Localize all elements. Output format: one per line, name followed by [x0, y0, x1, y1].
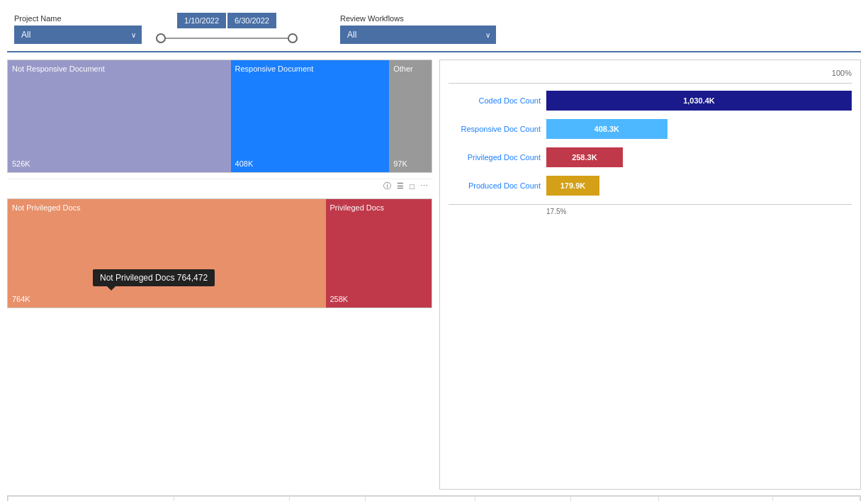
date-slider-track[interactable]	[156, 31, 298, 45]
not-privileged-value: 764K	[12, 295, 322, 303]
other-label: Other	[393, 64, 427, 73]
slider-line	[156, 38, 298, 39]
other-tile[interactable]: Other 97K	[389, 60, 432, 172]
slider-thumb-left[interactable]	[156, 33, 166, 43]
bar-chart-bottom-label: 17.5%	[449, 208, 852, 215]
responsive-tile[interactable]: Responsive Document 408K	[231, 60, 390, 172]
info-icon[interactable]: ⓘ	[383, 181, 391, 191]
tooltip-text: Not Privileged Docs 764,472	[100, 273, 208, 283]
bar-fill-privileged: 258.3K	[546, 147, 623, 167]
date-end-button[interactable]: 6/30/2022	[227, 13, 276, 28]
privileged-tile[interactable]: Privileged Docs 258K	[326, 199, 432, 308]
slider-thumb-right[interactable]	[288, 33, 298, 43]
bar-chart-container: 100% Coded Doc Count 1,030.4K	[439, 60, 861, 490]
bar-label-privileged: Privileged Doc Count	[449, 153, 541, 162]
bar-track-coded[interactable]: 1,030.4K	[546, 91, 852, 111]
date-range-group: 1/10/2022 6/30/2022	[156, 13, 298, 45]
th-responsive-doc-count[interactable]: Responsive Doc Count	[475, 497, 570, 502]
responsive-label: Responsive Document	[235, 64, 385, 73]
not-responsive-label: Not Responsive Document	[12, 64, 227, 73]
privileged-value: 258K	[330, 295, 428, 303]
bar-track-produced[interactable]: 179.9K	[546, 176, 852, 196]
not-privileged-label: Not Privileged Docs	[12, 203, 322, 212]
th-project-name[interactable]: Project Name	[9, 497, 174, 502]
bar-chart-percent: 100%	[449, 69, 852, 77]
left-panel: Not Responsive Document 526K Responsive …	[7, 60, 432, 490]
review-workflows-select-wrapper[interactable]: All	[340, 26, 496, 44]
th-coded-doc-count[interactable]: Coded Doc Count	[290, 497, 365, 502]
date-start-button[interactable]: 1/10/2022	[177, 13, 226, 28]
review-workflows-label: Review Workflows	[340, 14, 496, 23]
bar-row-produced: Produced Doc Count 179.9K	[449, 176, 852, 196]
th-not-privileged-doc-count[interactable]: Not Privileged Doc Count ▼	[659, 497, 772, 502]
project-name-filter: Project Name All	[14, 14, 142, 44]
th-privileged-doc-count[interactable]: Privileged Doc Count	[570, 497, 659, 502]
project-name-select[interactable]: All	[14, 26, 142, 44]
bar-track-responsive[interactable]: 408.3K	[546, 119, 852, 139]
table-header-row: Project Name Review Workflows Coded Doc …	[9, 497, 860, 502]
data-table-container: Project Name Review Workflows Coded Doc …	[7, 495, 861, 501]
filter-icon[interactable]: ☰	[397, 181, 404, 191]
main-content: Not Responsive Document 526K Responsive …	[7, 60, 861, 490]
project-name-select-wrapper[interactable]: All	[14, 26, 142, 44]
bar-row-responsive: Responsive Doc Count 408.3K	[449, 119, 852, 139]
not-responsive-tile[interactable]: Not Responsive Document 526K	[8, 60, 231, 172]
not-responsive-value: 526K	[12, 159, 227, 168]
review-workflows-filter: Review Workflows All	[340, 14, 496, 44]
review-workflows-select[interactable]: All	[340, 26, 496, 44]
filter-bar: Project Name All 1/10/2022 6/30/2022 Rev…	[7, 7, 861, 52]
bar-row-coded: Coded Doc Count 1,030.4K	[449, 91, 852, 111]
treemap2: Not Privileged Docs 764K Not Privileged …	[7, 198, 432, 308]
other-value: 97K	[393, 159, 427, 168]
th-not-responsive-doc-count[interactable]: Not Responsive Doc Count	[365, 497, 475, 502]
not-privileged-tooltip: Not Privileged Docs 764,472	[93, 269, 215, 286]
bar-row-privileged: Privileged Doc Count 258.3K	[449, 147, 852, 167]
bar-fill-produced: 179.9K	[546, 176, 599, 196]
bar-label-responsive: Responsive Doc Count	[449, 125, 541, 133]
treemap1: Not Responsive Document 526K Responsive …	[7, 60, 432, 173]
bar-fill-coded: 1,030.4K	[546, 91, 852, 111]
treemap-toolbar: ⓘ ☰ □ ⋯	[7, 179, 432, 193]
right-panel: 100% Coded Doc Count 1,030.4K	[439, 60, 861, 490]
bar-label-coded: Coded Doc Count	[449, 96, 541, 105]
more-icon[interactable]: ⋯	[420, 181, 428, 191]
privileged-label: Privileged Docs	[330, 203, 428, 212]
data-table: Project Name Review Workflows Coded Doc …	[8, 496, 860, 501]
bar-label-produced: Produced Doc Count	[449, 181, 541, 190]
bar-fill-responsive: 408.3K	[546, 119, 667, 139]
expand-icon[interactable]: □	[410, 182, 415, 191]
project-name-label: Project Name	[14, 14, 142, 23]
date-buttons: 1/10/2022 6/30/2022	[177, 13, 276, 28]
bar-track-privileged[interactable]: 258.3K	[546, 147, 852, 167]
th-produced-doc-count[interactable]: Produced Doc Count	[772, 497, 859, 502]
th-review-workflows[interactable]: Review Workflows	[174, 497, 290, 502]
responsive-value: 408K	[235, 159, 385, 168]
not-privileged-tile[interactable]: Not Privileged Docs 764K Not Privileged …	[8, 199, 326, 308]
